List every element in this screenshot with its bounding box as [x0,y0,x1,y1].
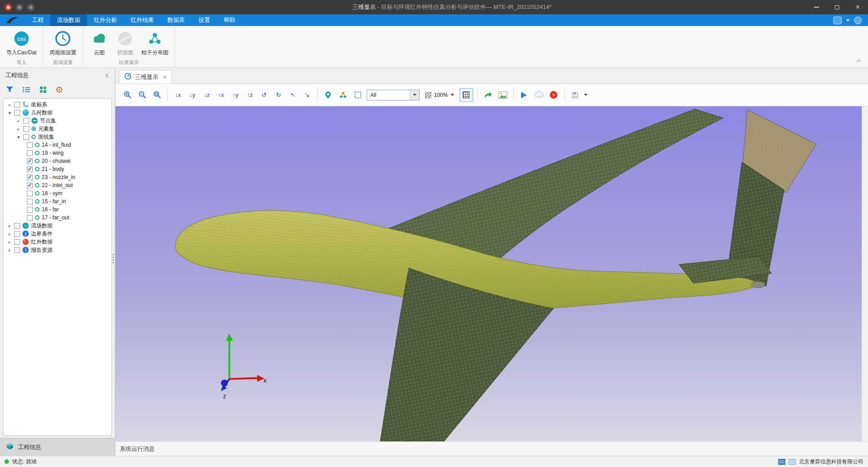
quick-tool-icon-2[interactable] [27,4,35,11]
dropdown-caret-icon[interactable] [846,19,850,22]
tree-item-flowfield-data[interactable]: ~ 流场数据 [4,222,111,230]
tree-item-face[interactable]: 21 - body [4,165,111,173]
probe-location-button[interactable] [322,89,334,101]
tree-item-coordinate-system[interactable]: 坐标系 [4,100,111,109]
snapshot-button[interactable] [497,89,509,101]
save-view-button[interactable] [569,89,581,101]
menu-item-database[interactable]: 数据库 [161,14,192,26]
tree-item-report-resources[interactable]: i 报告资源 [4,246,111,254]
contour-map-button[interactable]: 云图 [87,28,112,57]
mirror-display-button[interactable] [518,89,530,101]
tree-item-infrared-data[interactable]: 红外数据 [4,238,111,246]
menu-item-infrared-analysis[interactable]: 红外分析 [87,14,124,26]
zoom-level-control[interactable]: 100% [423,89,456,101]
rotate-cw-button[interactable] [273,89,284,100]
checkbox[interactable] [14,239,20,245]
export-view-button[interactable] [482,89,494,101]
expand-arrow-icon[interactable] [7,102,12,107]
tree-item-face[interactable]: 14 - int_fluid [4,141,111,149]
view-neg-z-button[interactable] [201,89,212,100]
expand-arrow-icon[interactable] [7,223,12,228]
checkbox[interactable] [27,207,33,213]
checkbox[interactable] [27,215,33,221]
tree-item-face[interactable]: 22 - inlet_out [4,181,111,189]
expand-arrow-icon[interactable] [7,231,12,236]
tab-close-icon[interactable]: × [163,74,167,80]
checkbox[interactable] [14,102,20,108]
zoom-out-button[interactable] [136,89,148,101]
tree-item-face-set[interactable]: 面线集 [4,133,111,141]
menu-item-infrared-results[interactable]: 红外结果 [124,14,161,26]
collapse-arrow-icon[interactable] [16,135,21,140]
panel-collapse-button[interactable] [106,74,110,77]
panel-icon[interactable] [789,459,796,465]
layout-icon[interactable] [778,459,785,465]
grid-toggle-button[interactable] [460,88,473,102]
view-neg-y-button[interactable] [187,89,198,100]
tree-item-element-set[interactable]: 元素集 [4,125,111,133]
expand-arrow-icon[interactable] [16,127,21,131]
menu-item-project[interactable]: 工程 [25,14,50,26]
checkbox[interactable] [27,158,33,164]
viewport-3d-canvas[interactable]: x z [115,106,862,441]
tree-item-face[interactable]: 23 - nozzle_in [4,173,111,181]
checkbox[interactable] [23,134,29,140]
checkbox[interactable] [27,150,33,156]
tree-item-boundary-conditions[interactable]: f 边界条件 [4,230,111,238]
view-neg-x-button[interactable] [172,89,184,100]
checkbox[interactable] [27,183,33,188]
menu-item-flowfield-data[interactable]: 流场数据 [50,14,87,26]
checkbox[interactable] [23,126,29,132]
filter-icon[interactable] [6,86,13,94]
tree-item-face[interactable]: 20 - chuiwei [4,157,111,165]
view-pos-y-button[interactable] [230,89,241,100]
expand-arrow-icon[interactable] [16,118,21,123]
tree-item-face[interactable]: 19 - wing [4,149,111,157]
theme-icon[interactable] [833,17,842,24]
checkbox[interactable] [27,175,33,180]
view-iso-se-button[interactable] [302,89,313,100]
tree-item-face[interactable]: 15 - far_in [4,197,111,205]
checkbox[interactable] [27,166,33,172]
list-view-icon[interactable] [22,87,31,94]
tree-item-node-set[interactable]: 节点集 [4,117,111,125]
tree-item-face[interactable]: 17 - far_out [4,214,111,222]
checkbox[interactable] [27,191,33,196]
checkbox[interactable] [14,247,20,253]
expand-arrow-icon[interactable] [7,240,12,244]
checkbox[interactable] [14,231,20,237]
checkbox[interactable] [14,110,20,116]
ribbon-collapse-button[interactable] [857,60,861,64]
maximize-button[interactable] [827,0,847,14]
save-options-caret-icon[interactable] [584,94,587,96]
viewport-3d[interactable]: x z [115,106,862,441]
cloud-display-button[interactable] [533,89,545,101]
app-record-icon[interactable] [4,4,12,11]
view-pos-z-button[interactable] [244,89,255,100]
checkbox[interactable] [14,223,20,229]
zoom-fit-button[interactable] [151,89,163,101]
view-pos-x-button[interactable] [215,89,227,100]
particle-distribution-button[interactable]: 粒子分布图 [139,28,171,57]
particle-trace-button[interactable] [337,89,349,101]
menu-item-settings[interactable]: 设置 [192,14,217,26]
view-iso-nw-button[interactable] [287,89,298,100]
panel-splitter-handle[interactable] [113,254,114,263]
rotate-ccw-button[interactable] [259,89,270,100]
tab-3d-display[interactable]: 三维显示 × [119,70,172,83]
display-filter-combobox[interactable]: All [367,90,420,100]
quick-tool-icon-1[interactable] [16,4,23,11]
checkbox[interactable] [27,142,33,148]
import-cas-dat-button[interactable]: cas 导入Cas/Dat [4,28,39,57]
box-zoom-button[interactable] [352,89,364,101]
user-icon[interactable] [854,17,862,24]
zoom-in-button[interactable] [122,89,133,101]
grid-view-icon[interactable] [39,86,47,95]
minimize-button[interactable] [806,0,827,14]
combobox-arrow-button[interactable] [410,90,419,100]
expand-arrow-icon[interactable] [7,248,12,253]
collapse-arrow-icon[interactable] [7,110,12,115]
tree-item-face[interactable]: 16 - far [4,205,111,214]
clear-results-button[interactable]: × [548,89,560,101]
tree-item-face[interactable]: 18 - sym [4,189,111,197]
